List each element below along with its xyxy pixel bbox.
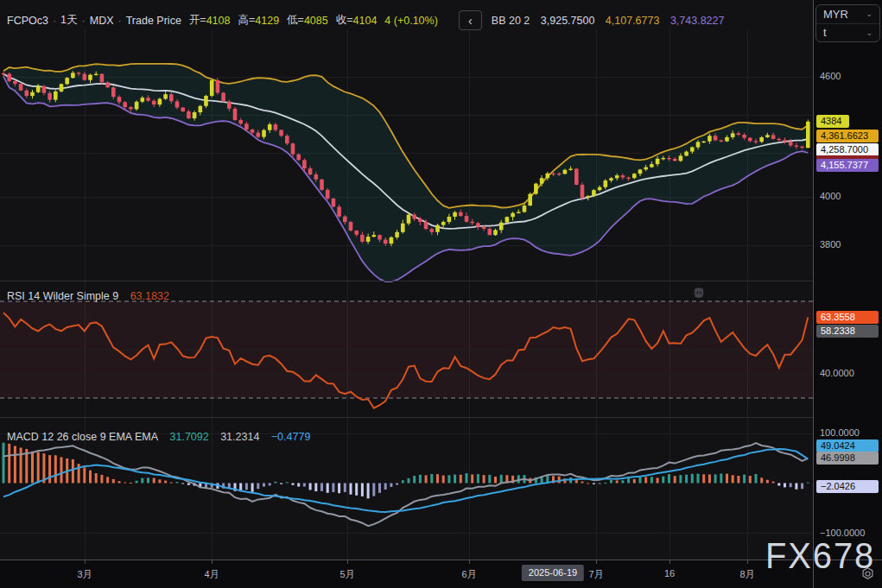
- macd-title[interactable]: MACD 12 26 close 9 EMA EMA: [7, 431, 158, 443]
- macd-histogram-bar: [118, 481, 121, 483]
- price-type-label: Trade Price: [126, 15, 181, 27]
- time-axis-tick: [469, 560, 470, 564]
- macd-histogram-bar: [48, 455, 51, 483]
- bb-lower-value: 3,743.8227: [670, 15, 725, 27]
- macd-histogram-bar: [60, 457, 63, 483]
- candle-body: [551, 174, 555, 174]
- candle-body: [615, 175, 619, 178]
- macd-histogram-bar: [732, 475, 734, 483]
- price-chip: 4384: [816, 115, 849, 128]
- interval-label[interactable]: 1天: [60, 13, 77, 28]
- macd-histogram-bar: [454, 475, 456, 484]
- macd-histogram-bar: [147, 477, 149, 483]
- candle-body: [302, 160, 307, 168]
- delete-pane-icon[interactable]: [743, 287, 758, 301]
- candle-body: [117, 97, 122, 102]
- candle-body: [540, 178, 544, 183]
- symbol-title[interactable]: FCPOc3: [7, 15, 48, 27]
- candle-body: [632, 174, 637, 178]
- candle-body: [332, 199, 336, 207]
- candle-body: [720, 140, 724, 141]
- time-axis-label: 16: [664, 568, 675, 579]
- macd-histogram-bar: [627, 478, 630, 483]
- candle-body: [60, 84, 64, 92]
- candle-body: [546, 174, 550, 178]
- rsi-title[interactable]: RSI 14 Wilder Simple 9: [7, 290, 118, 302]
- candle-body: [418, 219, 422, 222]
- macd-hist-value: 31.7092: [170, 431, 209, 443]
- candle-body: [199, 106, 203, 112]
- unit-dropdown[interactable]: t ⌄: [816, 23, 879, 42]
- open-value: 4108: [206, 15, 231, 27]
- macd-histogram-bar: [251, 484, 254, 492]
- candle-body: [482, 227, 486, 229]
- candle-body: [71, 73, 75, 78]
- candle-body: [83, 74, 87, 80]
- candle-body: [563, 170, 568, 174]
- bb-title[interactable]: BB 20 2: [492, 15, 530, 27]
- candle-body: [568, 168, 573, 169]
- legend-collapse-button[interactable]: ‹: [459, 10, 482, 30]
- candle-body: [158, 99, 162, 105]
- price-axis[interactable]: 46004000380043844,361.66234,258.70004,15…: [813, 0, 882, 560]
- candle-body: [407, 215, 411, 224]
- high-label: 高=: [238, 13, 255, 28]
- fx678-watermark: FX678: [765, 535, 875, 577]
- candle-body: [257, 133, 261, 137]
- move-pane-down-icon[interactable]: [718, 287, 733, 301]
- open-label: 开=: [189, 13, 206, 28]
- macd-histogram-bar: [795, 484, 797, 490]
- candle-body: [667, 158, 671, 159]
- candle-body: [238, 120, 243, 123]
- candle-body: [696, 142, 701, 147]
- macd-histogram-bar: [587, 483, 589, 484]
- macd-line-value: 31.2314: [220, 431, 259, 443]
- unit-value: t: [823, 26, 827, 39]
- time-axis[interactable]: 2025-06-19 3月4月5月6月7月168月: [0, 560, 882, 588]
- macd-histogram-bar: [436, 474, 439, 483]
- candle-body: [759, 137, 764, 142]
- candle-body: [748, 138, 752, 142]
- price-axis-label: 4000: [820, 191, 841, 201]
- macd-histogram-bar: [158, 479, 161, 483]
- maximize-pane-icon[interactable]: [793, 287, 809, 301]
- macd-histogram-bar: [257, 484, 259, 490]
- price-axis-label: 4600: [820, 71, 841, 81]
- macd-histogram-bar: [361, 484, 364, 496]
- candle-body: [517, 212, 521, 213]
- candle-body: [534, 184, 538, 194]
- rsi-axis-label: 40.0000: [820, 368, 854, 378]
- rsi-legend: RSI 14 Wilder Simple 9 63.1832: [7, 288, 169, 303]
- candle-body: [412, 215, 416, 219]
- candle-body: [465, 216, 469, 222]
- macd-histogram-bar: [292, 484, 295, 485]
- macd-histogram-bar: [610, 480, 612, 483]
- collapse-pane-icon[interactable]: [768, 287, 784, 301]
- candle-body: [314, 174, 319, 180]
- macd-histogram-bar: [314, 484, 317, 492]
- macd-histogram-bar: [494, 477, 497, 484]
- candle-body: [181, 108, 185, 112]
- macd-histogram-bar: [772, 482, 775, 484]
- candle-body: [244, 123, 249, 130]
- macd-histogram-bar: [228, 484, 231, 488]
- time-axis-label: 3月: [77, 568, 92, 581]
- candle-body: [789, 142, 793, 146]
- candle-body: [204, 96, 208, 106]
- candle-body: [586, 196, 590, 198]
- currency-dropdown[interactable]: MYR ⌄: [816, 5, 879, 23]
- time-axis-label: 8月: [739, 568, 754, 581]
- macd-histogram-bar: [95, 473, 98, 483]
- macd-histogram-bar: [309, 484, 312, 490]
- candle-body: [285, 136, 289, 143]
- candle-body: [499, 223, 504, 231]
- candle-body: [424, 222, 428, 229]
- candle-body: [210, 80, 214, 96]
- macd-histogram-bar: [593, 484, 595, 484]
- macd-histogram-bar: [153, 478, 155, 484]
- macd-histogram-bar: [396, 484, 398, 485]
- candle-body: [684, 152, 688, 156]
- macd-histogram-bar: [106, 477, 109, 483]
- candle-body: [233, 109, 238, 120]
- time-axis-tick: [212, 560, 213, 564]
